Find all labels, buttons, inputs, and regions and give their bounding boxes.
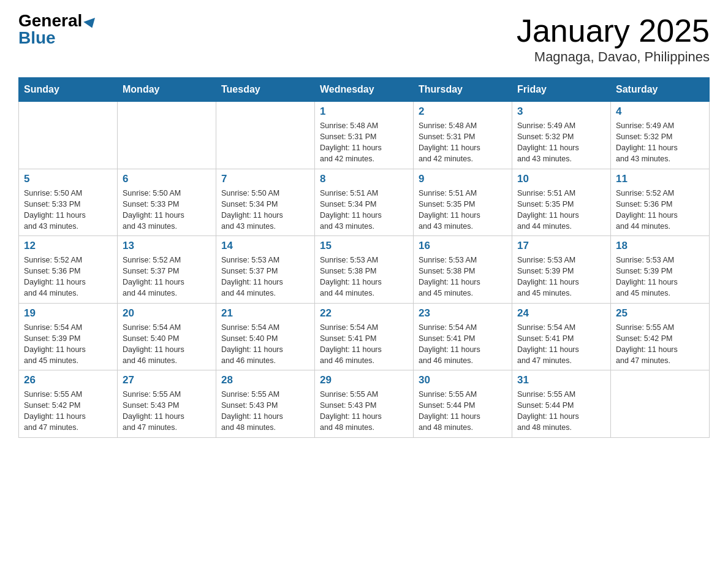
day-info: Sunrise: 5:53 AMSunset: 5:37 PMDaylight:… xyxy=(221,255,309,299)
day-number: 19 xyxy=(24,307,112,320)
day-info: Sunrise: 5:54 AMSunset: 5:41 PMDaylight:… xyxy=(320,322,408,367)
day-info: Sunrise: 5:53 AMSunset: 5:39 PMDaylight:… xyxy=(517,255,605,299)
day-info: Sunrise: 5:53 AMSunset: 5:38 PMDaylight:… xyxy=(419,255,507,299)
day-number: 3 xyxy=(517,105,605,118)
weekday-header-tuesday: Tuesday xyxy=(216,78,315,102)
day-info: Sunrise: 5:52 AMSunset: 5:36 PMDaylight:… xyxy=(616,188,704,232)
day-info: Sunrise: 5:51 AMSunset: 5:35 PMDaylight:… xyxy=(517,188,605,232)
calendar-cell: 10Sunrise: 5:51 AMSunset: 5:35 PMDayligh… xyxy=(512,169,611,236)
weekday-header-wednesday: Wednesday xyxy=(315,78,414,102)
calendar-week-row: 5Sunrise: 5:50 AMSunset: 5:33 PMDaylight… xyxy=(19,169,710,236)
logo-line1: General xyxy=(18,12,97,29)
day-info: Sunrise: 5:54 AMSunset: 5:40 PMDaylight:… xyxy=(123,322,211,367)
logo: General Blue xyxy=(18,12,97,47)
weekday-header-monday: Monday xyxy=(118,78,216,102)
day-info: Sunrise: 5:55 AMSunset: 5:43 PMDaylight:… xyxy=(123,389,211,434)
day-info: Sunrise: 5:54 AMSunset: 5:40 PMDaylight:… xyxy=(221,322,309,367)
day-number: 27 xyxy=(123,374,211,386)
calendar-cell: 8Sunrise: 5:51 AMSunset: 5:34 PMDaylight… xyxy=(315,169,414,236)
day-number: 5 xyxy=(24,173,112,185)
day-number: 10 xyxy=(517,173,605,185)
calendar-cell: 3Sunrise: 5:49 AMSunset: 5:32 PMDaylight… xyxy=(512,102,611,169)
calendar-week-row: 26Sunrise: 5:55 AMSunset: 5:42 PMDayligh… xyxy=(19,370,710,438)
calendar-cell: 6Sunrise: 5:50 AMSunset: 5:33 PMDaylight… xyxy=(118,169,216,236)
day-number: 11 xyxy=(616,173,704,185)
calendar-cell: 7Sunrise: 5:50 AMSunset: 5:34 PMDaylight… xyxy=(216,169,315,236)
day-info: Sunrise: 5:50 AMSunset: 5:33 PMDaylight:… xyxy=(123,188,211,232)
calendar-cell: 4Sunrise: 5:49 AMSunset: 5:32 PMDaylight… xyxy=(611,102,710,169)
day-info: Sunrise: 5:49 AMSunset: 5:32 PMDaylight:… xyxy=(616,120,704,165)
day-number: 2 xyxy=(419,105,507,118)
day-number: 4 xyxy=(616,105,704,118)
day-info: Sunrise: 5:48 AMSunset: 5:31 PMDaylight:… xyxy=(320,120,408,165)
day-number: 22 xyxy=(320,307,408,320)
calendar-header: SundayMondayTuesdayWednesdayThursdayFrid… xyxy=(19,78,710,102)
day-info: Sunrise: 5:51 AMSunset: 5:35 PMDaylight:… xyxy=(419,188,507,232)
day-info: Sunrise: 5:49 AMSunset: 5:32 PMDaylight:… xyxy=(517,120,605,165)
day-number: 18 xyxy=(616,240,704,252)
calendar-cell: 18Sunrise: 5:53 AMSunset: 5:39 PMDayligh… xyxy=(611,236,710,304)
day-number: 7 xyxy=(221,173,309,185)
day-number: 9 xyxy=(419,173,507,185)
location-label: Magnaga, Davao, Philippines xyxy=(517,49,710,65)
day-info: Sunrise: 5:51 AMSunset: 5:34 PMDaylight:… xyxy=(320,188,408,232)
page-header: General Blue January 2025 Magnaga, Davao… xyxy=(18,12,710,65)
title-area: January 2025 Magnaga, Davao, Philippines xyxy=(517,12,710,65)
day-number: 14 xyxy=(221,240,309,252)
day-number: 25 xyxy=(616,307,704,320)
calendar-cell: 14Sunrise: 5:53 AMSunset: 5:37 PMDayligh… xyxy=(216,236,315,304)
day-number: 8 xyxy=(320,173,408,185)
day-number: 30 xyxy=(419,374,507,386)
calendar-cell: 12Sunrise: 5:52 AMSunset: 5:36 PMDayligh… xyxy=(19,236,118,304)
day-number: 13 xyxy=(123,240,211,252)
day-number: 12 xyxy=(24,240,112,252)
calendar-cell: 29Sunrise: 5:55 AMSunset: 5:43 PMDayligh… xyxy=(315,370,414,438)
day-info: Sunrise: 5:55 AMSunset: 5:43 PMDaylight:… xyxy=(320,389,408,434)
day-info: Sunrise: 5:55 AMSunset: 5:42 PMDaylight:… xyxy=(616,322,704,367)
day-number: 29 xyxy=(320,374,408,386)
calendar-cell: 13Sunrise: 5:52 AMSunset: 5:37 PMDayligh… xyxy=(118,236,216,304)
logo-general-text: General xyxy=(18,11,82,30)
day-number: 1 xyxy=(320,105,408,118)
month-title: January 2025 xyxy=(517,12,710,49)
day-info: Sunrise: 5:52 AMSunset: 5:37 PMDaylight:… xyxy=(123,255,211,299)
calendar-cell xyxy=(611,370,710,438)
calendar-cell: 11Sunrise: 5:52 AMSunset: 5:36 PMDayligh… xyxy=(611,169,710,236)
calendar-cell: 5Sunrise: 5:50 AMSunset: 5:33 PMDaylight… xyxy=(19,169,118,236)
weekday-header-row: SundayMondayTuesdayWednesdayThursdayFrid… xyxy=(19,78,710,102)
day-info: Sunrise: 5:48 AMSunset: 5:31 PMDaylight:… xyxy=(419,120,507,165)
day-number: 6 xyxy=(123,173,211,185)
calendar-cell: 30Sunrise: 5:55 AMSunset: 5:44 PMDayligh… xyxy=(414,370,512,438)
calendar-cell: 22Sunrise: 5:54 AMSunset: 5:41 PMDayligh… xyxy=(315,303,414,370)
day-info: Sunrise: 5:55 AMSunset: 5:42 PMDaylight:… xyxy=(24,389,112,434)
calendar-week-row: 1Sunrise: 5:48 AMSunset: 5:31 PMDaylight… xyxy=(19,102,710,169)
day-info: Sunrise: 5:53 AMSunset: 5:39 PMDaylight:… xyxy=(616,255,704,299)
calendar-cell: 21Sunrise: 5:54 AMSunset: 5:40 PMDayligh… xyxy=(216,303,315,370)
calendar-cell: 9Sunrise: 5:51 AMSunset: 5:35 PMDaylight… xyxy=(414,169,512,236)
logo-triangle-icon xyxy=(83,18,98,30)
day-number: 15 xyxy=(320,240,408,252)
day-info: Sunrise: 5:54 AMSunset: 5:41 PMDaylight:… xyxy=(419,322,507,367)
weekday-header-thursday: Thursday xyxy=(414,78,512,102)
weekday-header-friday: Friday xyxy=(512,78,611,102)
day-info: Sunrise: 5:50 AMSunset: 5:34 PMDaylight:… xyxy=(221,188,309,232)
calendar-cell: 20Sunrise: 5:54 AMSunset: 5:40 PMDayligh… xyxy=(118,303,216,370)
day-number: 20 xyxy=(123,307,211,320)
calendar-cell xyxy=(118,102,216,169)
calendar-cell: 23Sunrise: 5:54 AMSunset: 5:41 PMDayligh… xyxy=(414,303,512,370)
calendar-cell: 17Sunrise: 5:53 AMSunset: 5:39 PMDayligh… xyxy=(512,236,611,304)
calendar-week-row: 19Sunrise: 5:54 AMSunset: 5:39 PMDayligh… xyxy=(19,303,710,370)
logo-line2: Blue xyxy=(18,29,56,47)
weekday-header-sunday: Sunday xyxy=(19,78,118,102)
day-info: Sunrise: 5:55 AMSunset: 5:43 PMDaylight:… xyxy=(221,389,309,434)
day-info: Sunrise: 5:50 AMSunset: 5:33 PMDaylight:… xyxy=(24,188,112,232)
calendar-cell: 2Sunrise: 5:48 AMSunset: 5:31 PMDaylight… xyxy=(414,102,512,169)
logo-blue-text: Blue xyxy=(18,28,56,47)
day-number: 16 xyxy=(419,240,507,252)
calendar-cell: 27Sunrise: 5:55 AMSunset: 5:43 PMDayligh… xyxy=(118,370,216,438)
day-number: 31 xyxy=(517,374,605,386)
day-number: 28 xyxy=(221,374,309,386)
day-number: 26 xyxy=(24,374,112,386)
calendar-cell: 31Sunrise: 5:55 AMSunset: 5:44 PMDayligh… xyxy=(512,370,611,438)
day-number: 24 xyxy=(517,307,605,320)
